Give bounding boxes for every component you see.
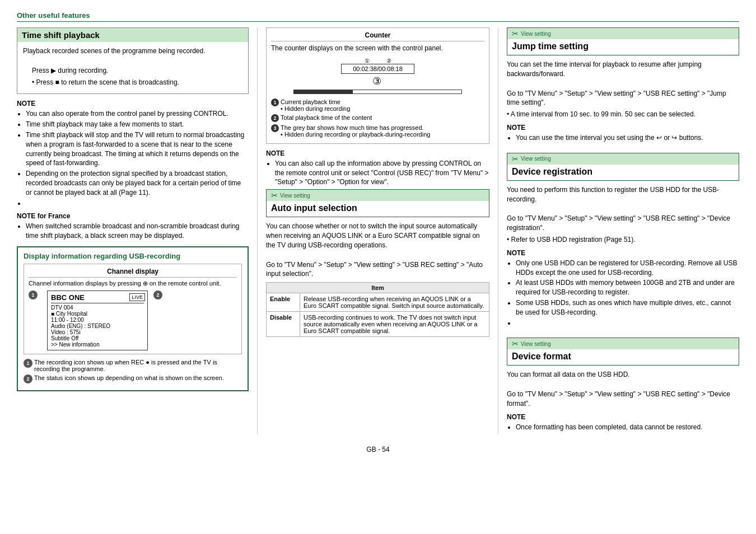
ann-text-1: The recording icon shows up when REC ● i… <box>34 359 242 372</box>
counter-ann-1: 1 Current playback time • Hidden during … <box>271 99 484 112</box>
device-reg-note-1: Only one USB HDD can be registered for U… <box>516 259 739 278</box>
middle-column: Counter The counter displays on the scre… <box>258 27 498 434</box>
device-reg-instruction: Go to "TV Menu" > "Setup" > "View settin… <box>507 214 739 233</box>
counter-arrow: ③ <box>372 76 381 87</box>
counter-display: ① ② 00:02:38/00:08:18 ③ <box>271 58 484 94</box>
jump-time-top: ✂ View setting <box>507 28 739 39</box>
timeshift-title: Time shift playback <box>17 28 248 42</box>
live-badge: LIVE <box>129 293 145 301</box>
auto-input-table: Item Enable Release USB-recording when r… <box>266 282 489 337</box>
device-reg-title: Device registration <box>507 165 739 180</box>
auto-input-instruction: Go to "TV Menu" > "Setup" > "View settin… <box>266 260 489 279</box>
counter-num-2: ② <box>386 58 391 64</box>
timeshift-notes: You can also operate from the control pa… <box>17 109 249 208</box>
ann-num-2: 2 <box>24 374 32 383</box>
device-reg-note-title: NOTE <box>507 249 739 257</box>
timeshift-press2: • Press ■ to return the scene that is br… <box>32 78 242 87</box>
dtv-num: DTV 004 <box>51 305 144 311</box>
ann-text-2: The status icon shows up depending on wh… <box>34 374 224 381</box>
ch-num-2: 2 <box>153 291 162 299</box>
disable-label: Disable <box>267 312 300 337</box>
counter-ann-text-2: Total playback time of the content <box>281 114 372 121</box>
counter-box: Counter The counter displays on the scre… <box>266 27 489 144</box>
counter-ann-num-2: 2 <box>271 114 279 122</box>
counter-time: 00:02:38/00:08:18 <box>353 65 403 72</box>
counter-ann-text-1: Current playback time <box>281 99 350 105</box>
left-column: Time shift playback Playback recorded sc… <box>17 27 258 434</box>
counter-ann-sub-1: • Hidden during recording <box>281 105 350 112</box>
counter-note-1: You can also call up the information abo… <box>275 159 489 187</box>
note-item-4: Depending on the protection signal speci… <box>26 169 249 197</box>
enable-label: Enable <box>267 293 300 312</box>
city-hospital: ■ City Hospital <box>51 311 144 317</box>
device-format-note-title: NOTE <box>507 413 739 421</box>
auto-input-view-label: View setting <box>280 193 310 199</box>
device-reg-note-2: At least USB HDDs with memory between 10… <box>516 278 739 297</box>
ch-num-1: 1 <box>29 291 38 299</box>
device-format-instruction: Go to "TV Menu" > "Setup" > "View settin… <box>507 390 739 409</box>
device-reg-instruction-2: • Refer to USB HDD registration (Page 51… <box>507 235 739 245</box>
jump-time-desc: You can set the time interval for playba… <box>507 60 739 79</box>
enable-desc: Release USB-recording when receiving an … <box>300 293 489 312</box>
device-reg-desc: You need to perform this function to reg… <box>507 185 739 204</box>
channel-display-desc: Channel information displays by pressing… <box>29 280 237 287</box>
jump-time-note-1: You can use the time interval you set us… <box>516 133 739 143</box>
jump-time-view-label: View setting <box>521 31 551 37</box>
counter-annotations: 1 Current playback time • Hidden during … <box>271 99 484 138</box>
disable-desc: USB-recording continues to work. The TV … <box>300 312 489 337</box>
ann-num-1: 1 <box>24 359 32 368</box>
device-format-banner: ✂ View setting Device format <box>507 338 739 366</box>
note-france-item-1: When switched scramble broadcast and non… <box>26 222 249 241</box>
progress-bar-fill <box>294 90 353 93</box>
device-reg-note-4 <box>516 318 739 328</box>
device-format-desc: You can format all data on the USB HDD. <box>507 370 739 380</box>
auto-input-title: Auto input selection <box>267 201 489 217</box>
table-row-disable: Disable USB-recording continues to work.… <box>267 312 489 337</box>
device-format-top: ✂ View setting <box>507 338 739 349</box>
auto-input-icon: ✂ <box>271 191 278 200</box>
timeshift-desc: Playback recorded scenes of the programm… <box>23 46 242 56</box>
right-column: ✂ View setting Jump time setting You can… <box>498 27 739 434</box>
counter-ann-sub-3: • Hidden during recording or playback-du… <box>281 131 430 138</box>
jump-time-note-title: NOTE <box>507 124 739 132</box>
time-slot: 11:00 - 12:00 <box>51 317 144 323</box>
note-france-title: NOTE for France <box>17 212 249 220</box>
device-format-view-label: View setting <box>521 341 551 347</box>
device-reg-view-label: View setting <box>521 156 551 162</box>
display-info-box: Display information regarding USB-record… <box>17 246 249 391</box>
display-info-title: Display information regarding USB-record… <box>24 252 242 260</box>
auto-input-top: ✂ View setting <box>267 190 489 201</box>
note-item-3: Time shift playback will stop and the TV… <box>26 130 249 168</box>
timeshift-box: Time shift playback Playback recorded sc… <box>17 27 249 94</box>
device-format-note-1: Once formatting has been completed, data… <box>516 423 739 432</box>
device-reg-top: ✂ View setting <box>507 153 739 165</box>
jump-time-notes: You can use the time interval you set us… <box>507 133 739 143</box>
auto-input-desc: You can choose whether or not to switch … <box>266 222 489 250</box>
counter-title: Counter <box>271 31 484 41</box>
table-header: Item <box>267 283 489 293</box>
note-title-1: NOTE <box>17 100 249 107</box>
counter-time-bar: 00:02:38/00:08:18 <box>341 64 414 74</box>
video: Video : 575i <box>51 329 144 335</box>
counter-ann-3: 3 The grey bar shows how much time has p… <box>271 124 484 138</box>
device-reg-banner: ✂ View setting Device registration <box>507 153 739 181</box>
device-reg-icon: ✂ <box>512 154 519 163</box>
counter-num-1: ① <box>365 58 370 64</box>
section-header: Other useful features <box>17 11 739 22</box>
jump-time-instruction-2: • A time interval from 10 sec. to 99 min… <box>507 110 739 119</box>
counter-ann-num-3: 3 <box>271 124 279 132</box>
new-info: >> New information <box>51 341 144 348</box>
device-reg-notes: Only one USB HDD can be registered for U… <box>507 259 739 328</box>
counter-ann-text-3: The grey bar shows how much time has pro… <box>281 124 430 131</box>
annotation-1: 1 The recording icon shows up when REC ●… <box>24 359 242 372</box>
audio: Audio (ENG) : STEREO <box>51 323 144 329</box>
progress-bar <box>293 90 462 94</box>
device-format-icon: ✂ <box>512 339 519 348</box>
counter-notes: You can also call up the information abo… <box>266 159 489 187</box>
timeshift-press1: Press ▶ during recording. <box>32 66 242 76</box>
jump-time-instruction: Go to "TV Menu" > "Setup" > "View settin… <box>507 89 739 108</box>
subtitle: Subtitle Off <box>51 335 144 341</box>
device-reg-note-3: Some USB HDDs, such as ones which have m… <box>516 298 739 317</box>
jump-time-title: Jump time setting <box>507 39 739 55</box>
counter-note-title: NOTE <box>266 149 489 157</box>
